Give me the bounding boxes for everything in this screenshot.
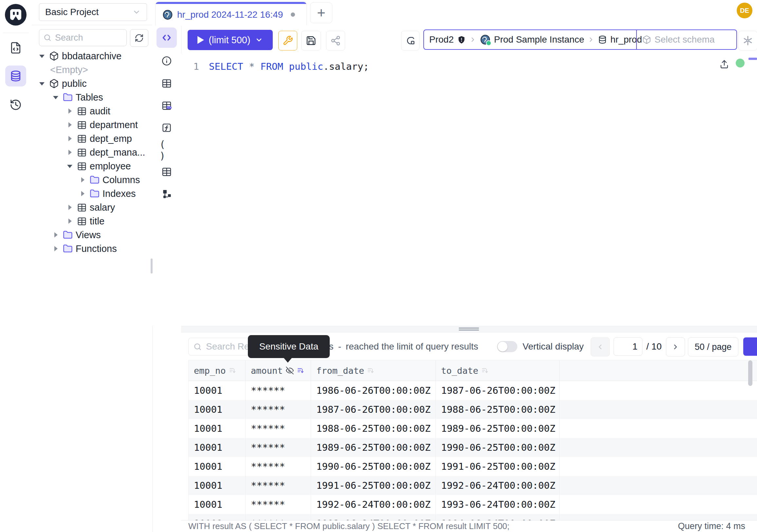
sensitive-data-tooltip: Sensitive Data xyxy=(248,335,330,358)
chevron-right-icon xyxy=(588,36,594,43)
tree-item-functions[interactable]: Functions xyxy=(32,242,152,256)
sql-editor-tab-button[interactable] xyxy=(157,27,177,48)
parentheses-icon: ( ) xyxy=(160,139,174,162)
results-scrollbar-thumb[interactable] xyxy=(748,360,752,386)
caret-right-icon xyxy=(67,108,73,114)
next-page-button[interactable] xyxy=(666,337,685,357)
cell: 10001 xyxy=(189,457,246,476)
tree-item-audit[interactable]: audit xyxy=(32,104,152,118)
caret-right-icon xyxy=(67,121,73,128)
sidebar-search-input[interactable] xyxy=(54,32,122,43)
tab-bar: hr_prod 2024-11-22 16:49 + DE xyxy=(152,0,757,26)
sidebar-search[interactable] xyxy=(39,29,127,46)
worksheets-nav-button[interactable] xyxy=(5,37,26,58)
cell-masked: ****** xyxy=(246,495,311,514)
column-header-from-date[interactable]: from_date xyxy=(311,360,436,381)
sql-code-editor[interactable]: 1 SELECT * FROM public.salary; xyxy=(181,54,757,326)
line-number: 1 xyxy=(181,60,209,73)
refresh-schema-button[interactable] xyxy=(130,29,148,47)
refresh-icon xyxy=(135,33,144,43)
cell: 1994-06-24T00:00:00Z xyxy=(436,514,560,520)
procedures-panel-button[interactable]: ( ) xyxy=(160,143,174,157)
database-small-icon xyxy=(598,35,607,44)
column-header-amount[interactable]: amount xyxy=(246,360,311,381)
connection-target[interactable]: Prod2 Prod Sample Instance h xyxy=(424,30,636,49)
chevron-down-icon xyxy=(132,8,141,16)
schema-diagram-button[interactable] xyxy=(160,187,174,201)
sidebar-resize-handle[interactable] xyxy=(151,259,153,273)
table-icon xyxy=(77,161,87,171)
views-panel-button[interactable] xyxy=(160,165,174,179)
tree-item-columns[interactable]: Columns xyxy=(32,173,152,187)
worksheet-tab[interactable]: hr_prod 2024-11-22 16:49 xyxy=(155,2,307,25)
cell-filler xyxy=(560,514,757,520)
new-tab-button[interactable]: + xyxy=(310,2,332,23)
tree-item-title[interactable]: title xyxy=(32,214,152,228)
code-line: 1 SELECT * FROM public.salary; xyxy=(181,54,757,73)
cell-masked: ****** xyxy=(246,381,311,400)
caret-right-icon xyxy=(79,176,86,183)
cell-masked: ****** xyxy=(246,514,311,520)
info-panel-button[interactable] xyxy=(160,54,174,68)
caret-down-icon xyxy=(67,163,73,169)
export-button[interactable] xyxy=(743,337,757,356)
history-nav-button[interactable] xyxy=(5,94,26,115)
worksheet-file-icon xyxy=(10,42,22,54)
avatar[interactable]: DE xyxy=(737,3,752,18)
tab-title: hr_prod 2024-11-22 16:49 xyxy=(177,10,283,20)
tree-item-tables[interactable]: Tables xyxy=(32,90,152,104)
column-header-to-date[interactable]: to_date xyxy=(436,360,560,381)
cell: 10001 xyxy=(189,438,246,457)
tree-item-label: Functions xyxy=(76,243,117,254)
schema-cube-icon xyxy=(49,78,59,88)
limit-message: reached the limit of query results xyxy=(346,341,478,352)
sort-icon-active xyxy=(297,366,305,374)
external-tables-panel-button[interactable] xyxy=(160,98,174,113)
share-sheet-button[interactable] xyxy=(326,31,345,50)
tree-item-dept-emp[interactable]: dept_emp xyxy=(32,132,152,145)
select-schema-button[interactable]: Select schema xyxy=(637,30,736,49)
page-size-select[interactable]: 50 / page xyxy=(688,337,738,357)
tree-item-label: Views xyxy=(76,230,101,240)
shield-alert-icon xyxy=(457,35,466,44)
tree-item-employee[interactable]: employee xyxy=(32,159,152,173)
save-sheet-button[interactable] xyxy=(301,31,321,50)
column-header-emp-no[interactable]: emp_no xyxy=(189,360,246,381)
app-rail xyxy=(0,0,32,532)
tree-item-views[interactable]: Views xyxy=(32,228,152,242)
functions-panel-button[interactable] xyxy=(160,121,174,135)
cell: 1986-06-26T00:00:00Z xyxy=(311,381,436,400)
tree-item-indexes[interactable]: Indexes xyxy=(32,187,152,201)
table-icon xyxy=(77,106,87,116)
previous-page-button[interactable] xyxy=(591,337,610,357)
cell-filler xyxy=(560,457,757,476)
ai-assistant-button[interactable] xyxy=(738,31,757,50)
tree-item-dept-manager[interactable]: dept_mana... xyxy=(32,145,152,159)
databases-nav-button[interactable] xyxy=(5,66,26,86)
panel-splitter[interactable] xyxy=(181,326,757,332)
cell: 10001 xyxy=(189,419,246,438)
connection-breadcrumb: Prod2 Prod Sample Instance h xyxy=(423,29,737,50)
tree-item-department[interactable]: department xyxy=(32,118,152,132)
tree-item-label: Tables xyxy=(76,92,103,103)
upload-sql-button[interactable] xyxy=(719,59,729,69)
admin-wrench-button[interactable] xyxy=(278,31,297,50)
connection-status-dot xyxy=(736,59,744,68)
tables-panel-button[interactable] xyxy=(160,76,174,90)
run-query-button[interactable]: (limit 500) xyxy=(188,30,273,50)
cell: 1989-06-25T00:00:00Z xyxy=(436,419,560,438)
vertical-display-toggle[interactable] xyxy=(497,341,517,352)
tree-item-public[interactable]: public xyxy=(32,77,152,90)
results-table: emp_no amount from_date to_date xyxy=(188,360,757,520)
ai-assistant-icon xyxy=(742,35,753,46)
project-selector[interactable]: Basic Project xyxy=(39,3,147,21)
page-number-input[interactable] xyxy=(614,337,642,356)
sidebar-divider xyxy=(32,25,152,25)
table-body: 10001******1986-06-26T00:00:00Z1987-06-2… xyxy=(189,381,757,520)
caret-down-icon xyxy=(52,94,59,101)
tree-item-label: title xyxy=(90,216,105,227)
postgres-icon xyxy=(162,9,173,20)
format-sql-button[interactable] xyxy=(401,31,419,50)
tree-item-bbdataarchive[interactable]: bbdataarchive xyxy=(32,49,152,63)
tree-item-salary[interactable]: salary xyxy=(32,201,152,214)
